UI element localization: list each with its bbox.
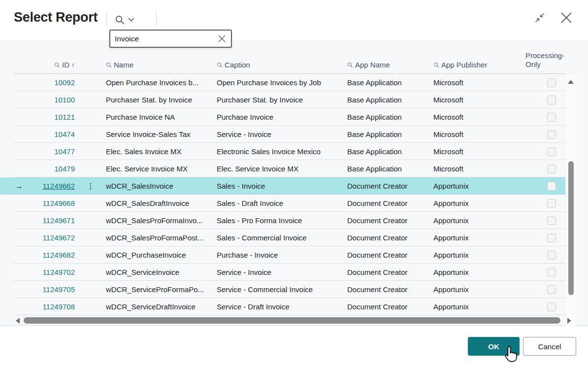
chevron-down-icon [128,18,134,22]
app-name-cell: Document Creator [343,216,429,225]
app-name-cell: Base Application [343,96,429,104]
report-name-cell: Elec. Sales Invoice MX [100,147,212,156]
report-name-cell: wDCR_ServiceDraftInvoice [100,302,212,311]
search-icon [115,15,125,25]
app-name-cell: Document Creator [343,285,429,294]
search-input[interactable] [115,34,217,43]
app-publisher-cell: Apportunix [429,234,518,242]
report-id-link[interactable]: 10121 [54,113,75,121]
column-header-app-name[interactable]: App Name [343,61,429,74]
toolbar-divider [106,11,107,26]
report-caption-cell: Service - Invoice [212,268,343,276]
scroll-up-icon[interactable] [568,80,574,84]
processing-only-checkbox[interactable] [547,96,556,104]
table-row[interactable]: → 11249662 ⋮ wDCR_SalesInvoice Sales - I… [0,177,565,195]
horizontal-scrollbar[interactable] [14,317,575,325]
table-row[interactable]: → 11249672 ⋮ wDCR_SalesProFormaPost... S… [0,229,565,246]
report-caption-cell: Sales - Commercial Invoice [212,234,343,242]
processing-only-checkbox[interactable] [547,216,556,225]
report-name-cell: wDCR_PurchaseInvoice [100,251,212,259]
report-id-link[interactable]: 10100 [54,96,75,104]
report-id-link[interactable]: 10474 [54,130,75,138]
vertical-scrollbar-thumb[interactable] [568,161,574,295]
report-id-link[interactable]: 10479 [54,165,75,173]
processing-only-checkbox[interactable] [547,113,556,122]
report-id-link[interactable]: 11249672 [42,234,75,242]
report-caption-cell: Elec. Service Invoice MX [212,165,343,173]
search-toggle-button[interactable] [115,12,145,27]
report-id-link[interactable]: 11249671 [42,216,75,225]
app-publisher-cell: Microsoft [429,78,518,87]
table-row[interactable]: → 10100 ⋮ Purchaser Stat. by Invoice Pur… [0,91,565,108]
processing-only-checkbox[interactable] [547,268,556,277]
ok-button[interactable]: OK [468,337,520,356]
report-id-link[interactable]: 11249705 [42,285,75,294]
row-menu-icon[interactable]: ⋮ [87,182,95,190]
table-row[interactable]: → 10474 ⋮ Service Invoice-Sales Tax Serv… [0,126,565,143]
app-name-cell: Base Application [343,147,429,156]
report-caption-cell: Sales - Draft Invoice [212,199,343,207]
processing-only-checkbox[interactable] [547,285,556,294]
report-name-cell: wDCR_ServiceInvoice [100,268,212,276]
report-name-cell: wDCR_ServiceProFormaPo... [100,285,212,294]
processing-only-checkbox[interactable] [547,165,556,173]
report-name-cell: Elec. Service Invoice MX [100,165,212,173]
app-publisher-cell: Apportunix [429,182,518,190]
processing-only-checkbox[interactable] [547,199,556,208]
search-icon [433,62,439,68]
app-publisher-cell: Microsoft [429,147,518,156]
app-publisher-cell: Apportunix [429,251,518,259]
app-name-cell: Document Creator [343,268,429,276]
processing-only-checkbox[interactable] [547,78,556,87]
sort-ascending-icon: ↑ [71,61,75,69]
search-icon [106,62,112,68]
table-row[interactable]: → 11249668 ⋮ wDCR_SalesDraftInvoice Sale… [0,195,565,212]
processing-only-checkbox[interactable] [547,147,556,156]
processing-only-checkbox[interactable] [547,251,556,260]
table-header: ID ↑ Name Caption [0,44,565,74]
processing-only-checkbox[interactable] [547,302,556,311]
collapse-dialog-button[interactable] [533,11,547,25]
app-publisher-cell: Apportunix [429,199,518,207]
report-id-link[interactable]: 10477 [54,147,75,156]
report-id-link[interactable]: 11249708 [42,302,75,311]
app-name-cell: Document Creator [343,251,429,259]
table-row[interactable]: → 11249708 ⋮ wDCR_ServiceDraftInvoice Se… [0,298,565,315]
app-name-cell: Document Creator [343,199,429,207]
processing-only-checkbox[interactable] [547,182,556,191]
table-row[interactable]: → 11249702 ⋮ wDCR_ServiceInvoice Service… [0,264,565,281]
table-row[interactable]: → 10092 ⋮ Open Purchase Invoices b... Op… [0,74,565,91]
report-caption-cell: Electronic Sales Invoice Mexico [212,147,343,156]
report-id-link[interactable]: 11249682 [42,251,75,259]
horizontal-scrollbar-thumb[interactable] [24,317,560,324]
column-header-app-publisher[interactable]: App Publisher [429,61,518,74]
column-header-caption[interactable]: Caption [212,61,343,74]
report-name-cell: wDCR_SalesInvoice [100,182,212,190]
table-row[interactable]: → 10121 ⋮ Purchase Invoice NA Purchase I… [0,108,565,126]
search-popup [109,30,232,48]
report-id-link[interactable]: 11249662 [42,182,75,190]
table-row[interactable]: → 11249682 ⋮ wDCR_PurchaseInvoice Purcha… [0,246,565,264]
search-icon [54,62,60,68]
clear-search-icon[interactable] [217,34,227,44]
scroll-right-icon[interactable] [567,318,571,324]
table-row[interactable]: → 11249671 ⋮ wDCR_SalesProFormaInvo... S… [0,212,565,229]
dialog-footer: OK Cancel [0,326,588,368]
scroll-left-icon[interactable] [16,318,20,324]
table-row[interactable]: → 11249705 ⋮ wDCR_ServiceProFormaPo... S… [0,281,565,298]
table-row[interactable]: → 10479 ⋮ Elec. Service Invoice MX Elec.… [0,160,565,177]
report-caption-cell: Service - Commercial Invoice [212,285,343,294]
report-id-link[interactable]: 10092 [54,78,75,87]
vertical-scrollbar[interactable] [566,75,576,354]
processing-only-checkbox[interactable] [547,234,556,242]
close-icon[interactable] [559,11,573,25]
column-header-name[interactable]: Name [100,61,212,74]
report-table: ID ↑ Name Caption [0,39,588,326]
table-row[interactable]: → 10477 ⋮ Elec. Sales Invoice MX Electro… [0,143,565,160]
report-id-link[interactable]: 11249668 [42,199,75,207]
column-header-id[interactable]: ID ↑ [28,61,81,74]
cancel-button[interactable]: Cancel [523,337,576,356]
report-id-link[interactable]: 11249702 [42,268,75,276]
app-name-cell: Base Application [343,78,429,87]
processing-only-checkbox[interactable] [547,130,556,139]
